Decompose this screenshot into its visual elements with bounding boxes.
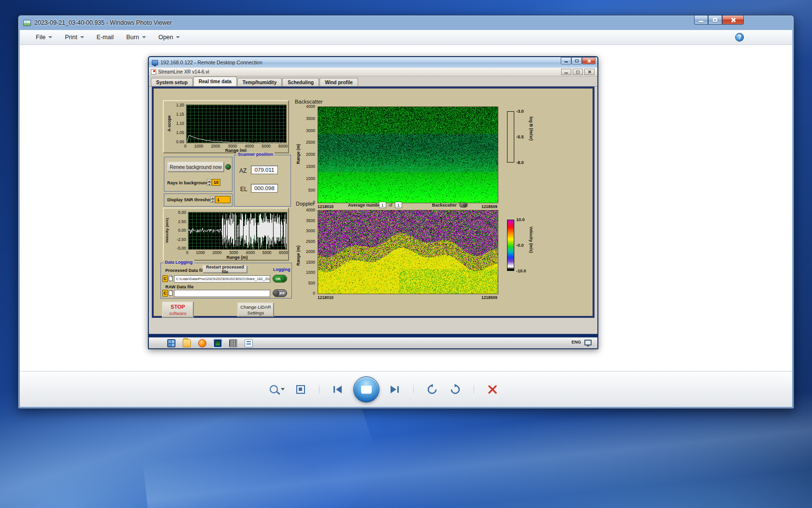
el-value-field[interactable]: 000.098 [251,184,278,193]
processed-logging-toggle[interactable]: ON [273,275,287,283]
tab-system-setup[interactable]: System setup [151,78,193,86]
minimize-button[interactable] [694,15,708,25]
viewer-toolbar [20,371,792,407]
menu-open-label: Open [159,34,174,41]
rotate-ccw-button[interactable] [424,381,440,398]
language-indicator[interactable]: ENG [571,340,581,344]
vi-minimize-button[interactable] [561,69,571,75]
streamline-titlebar[interactable]: StreamLine XR v14-6.vi [149,68,597,76]
backscatter-xend: 1218509 [481,204,497,209]
close-button[interactable] [722,15,744,25]
tab-scheduling[interactable]: Scheduling [282,78,319,86]
toggle-knob [280,276,286,282]
renew-background-button[interactable]: Renew background now [167,162,224,172]
app-icon-lines[interactable] [245,339,253,347]
raw-data-file-label: RAW Data file [165,284,194,289]
app-icon-barcode[interactable] [229,339,237,347]
firefox-icon[interactable] [198,339,206,347]
processed-path-field[interactable]: C:\Lidar\Data\Proc\2023\202309\20230921\… [174,275,270,283]
restart-processed-file-button[interactable]: Restart processed file [203,265,247,273]
backscatter-toggle[interactable] [459,202,468,208]
active-app-icon[interactable] [214,339,222,347]
photo-viewer-titlebar[interactable]: 2023-09-21_03-40-00.935 - Windows Photo … [18,15,794,30]
processed-drive-selector[interactable]: C [162,275,168,282]
az-value-field[interactable]: 079.011 [251,165,278,174]
average-number-field[interactable]: 1 [379,202,386,208]
toolbar-separator [474,381,474,398]
doppler-ytick: 1500 [306,260,315,265]
play-slideshow-button[interactable] [353,376,379,403]
vi-close-button[interactable] [584,69,594,75]
doppler-xstart: 1218010 [318,295,334,300]
snr-group: Display SNR threshold 1 [164,194,232,207]
tab-page: A-scope 1.201.151.101.050.99 01000200030… [149,87,597,334]
menu-open[interactable]: Open [152,30,187,45]
snr-spinner[interactable] [210,196,215,203]
change-lidar-settings-button[interactable]: Change LiDAR Settings [237,302,274,317]
menu-email-label: E-mail [97,34,114,41]
rays-spinner[interactable] [207,179,211,186]
chevron-down-icon [48,36,52,38]
raw-logging-toggle[interactable]: OFF [273,289,287,297]
actual-size-button[interactable] [293,381,308,398]
ascope-ytick: 1.10 [176,121,184,126]
doppler-ytick: 0 [313,291,315,296]
tab-strip: System setup Real time data Temp/humidit… [149,76,597,87]
rotate-cw-button[interactable] [448,381,463,398]
backscatter-ytick: 500 [308,188,315,193]
menu-file[interactable]: File [29,30,58,45]
backscatter-cbtick: -3.0 [516,109,524,114]
backscatter-ytick: 1500 [306,164,315,169]
backscatter-xticks: 1218010 1218509 [318,204,497,209]
toggle-knob [274,290,279,296]
labview-vi-icon [151,69,156,75]
remote-desktop: StreamLine XR v14-6.vi System setup Real… [149,68,597,348]
doppler-colorbar-label: Velocity (m/s) [529,226,534,270]
ascope-plot [186,105,287,143]
scanner-position-title: Scanner position [236,152,275,157]
backscatter-ytick: 1000 [306,176,315,181]
tab-wind-profile[interactable]: Wind profile [319,78,358,86]
close-icon [587,59,591,63]
vi-maximize-button[interactable] [573,69,583,75]
raw-path-field[interactable] [174,290,270,297]
slideshow-icon [361,386,372,393]
rdp-titlebar[interactable]: 192.168.0.122 - Remote Desktop Connectio… [149,57,597,68]
menu-email[interactable]: E-mail [90,30,120,45]
rays-in-background-label: Rays in background [167,180,209,185]
menu-print[interactable]: Print [58,30,90,45]
delete-button[interactable] [485,381,500,398]
stop-software-button[interactable]: STOP software [162,301,194,318]
backscatter-ytick: 3000 [306,128,315,133]
snr-value-field[interactable]: 1 [215,196,231,203]
menu-burn[interactable]: Burn [120,30,152,45]
rdp-close-button[interactable] [582,57,595,64]
maximize-button[interactable] [708,15,722,25]
backscatter-colorbar [507,111,514,163]
rdp-minimize-button[interactable] [561,57,571,64]
next-button[interactable] [387,381,403,398]
rays-value-field[interactable]: 10 [212,179,220,186]
velocity-chart: Velocity (m/s) 5.002.500.00-2.50-5.00 01… [163,208,289,261]
help-button[interactable]: ? [735,33,744,42]
photo-viewer-title: 2023-09-21_03-40-00.935 - Windows Photo … [34,19,172,26]
stop-label-line2: software [163,311,193,316]
raw-drive-selector[interactable]: C [162,290,168,297]
window-controls [694,15,744,25]
previous-button[interactable] [330,381,346,398]
velocity-xtick: 1000 [196,250,205,255]
backscatter-plot [318,106,498,203]
display-tray-icon[interactable] [584,340,592,345]
file-explorer-icon[interactable] [183,339,191,347]
rdp-maximize-button[interactable] [571,57,582,64]
tab-real-time-data[interactable]: Real time data [193,76,237,86]
zoom-button[interactable] [270,381,285,398]
velocity-ytick: 0.00 [178,228,186,233]
velocity-xtick: 3000 [229,250,238,255]
ascope-ytick: 0.99 [176,139,184,144]
backscatter-colorbar-label: log B (/m/sr) [529,117,534,160]
toolbar-controls [270,376,500,403]
average-total-field[interactable]: 1 [395,202,402,208]
tab-temp-humidity[interactable]: Temp/humidity [237,78,282,86]
start-menu-icon[interactable] [167,339,175,347]
